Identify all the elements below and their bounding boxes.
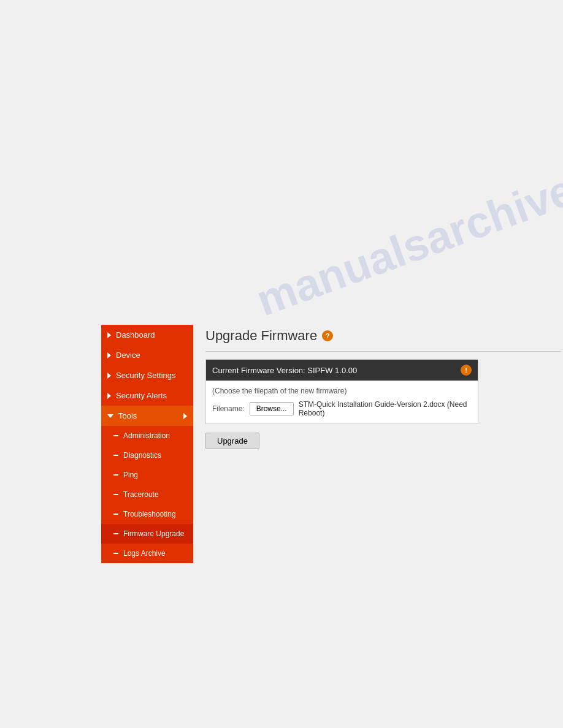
- dash-icon: [113, 455, 118, 456]
- sidebar-label-firmware-upgrade: Firmware Upgrade: [123, 529, 184, 538]
- dash-icon: [113, 533, 118, 534]
- sidebar-item-troubleshooting[interactable]: Troubleshooting: [101, 504, 193, 524]
- dash-icon: [113, 494, 118, 495]
- sidebar-label-administration: Administration: [123, 431, 170, 440]
- dash-icon: [113, 514, 118, 515]
- main-content: Upgrade Firmware ? Current Firmware Vers…: [193, 325, 561, 563]
- sidebar-item-administration[interactable]: Administration: [101, 426, 193, 446]
- dash-icon: [113, 435, 118, 436]
- sidebar-item-logs-archive[interactable]: Logs Archive: [101, 544, 193, 563]
- sidebar-item-firmware-upgrade[interactable]: Firmware Upgrade: [101, 524, 193, 544]
- filename-row: Filename: Browse... STM-Quick Installati…: [212, 400, 472, 417]
- firmware-box: Current Firmware Version: SIPFW 1.0.00 !…: [205, 359, 478, 424]
- divider: [205, 351, 561, 352]
- browse-button[interactable]: Browse...: [250, 402, 294, 415]
- sidebar-item-ping[interactable]: Ping: [101, 465, 193, 485]
- filename-value: STM-Quick Installation Guide-Version 2.d…: [299, 400, 472, 417]
- sidebar-item-security-alerts[interactable]: Security Alerts: [101, 385, 193, 406]
- sidebar-item-security-settings[interactable]: Security Settings: [101, 365, 193, 385]
- page-title-text: Upgrade Firmware: [205, 328, 317, 344]
- sidebar-item-diagnostics[interactable]: Diagnostics: [101, 446, 193, 465]
- arrow-right-end-icon: [183, 413, 187, 419]
- sidebar-item-tools[interactable]: Tools: [101, 406, 193, 426]
- arrow-right-icon: [107, 373, 111, 379]
- watermark: manualsarchive.com: [250, 129, 563, 326]
- sidebar-item-device[interactable]: Device: [101, 345, 193, 365]
- sidebar-item-dashboard[interactable]: Dashboard: [101, 325, 193, 345]
- firmware-body: (Choose the filepath of the new firmware…: [206, 381, 478, 423]
- choose-filepath-text: (Choose the filepath of the new firmware…: [212, 387, 472, 395]
- arrow-right-icon: [107, 393, 111, 399]
- sidebar: Dashboard Device Security Settings Secur…: [101, 325, 193, 563]
- firmware-header: Current Firmware Version: SIPFW 1.0.00 !: [206, 360, 478, 381]
- sidebar-label-logs-archive: Logs Archive: [123, 549, 166, 558]
- page-title: Upgrade Firmware ?: [205, 328, 561, 344]
- arrow-down-icon: [107, 414, 113, 418]
- dash-icon: [113, 474, 118, 476]
- sidebar-label-troubleshooting: Troubleshooting: [123, 510, 176, 518]
- firmware-version-text: Current Firmware Version: SIPFW 1.0.00: [212, 366, 357, 375]
- sidebar-label-security-alerts: Security Alerts: [116, 391, 167, 400]
- sidebar-label-traceroute: Traceroute: [123, 490, 159, 499]
- sidebar-item-traceroute[interactable]: Traceroute: [101, 485, 193, 504]
- filename-label: Filename:: [212, 404, 245, 413]
- arrow-right-icon: [107, 352, 111, 358]
- upgrade-button[interactable]: Upgrade: [205, 433, 259, 449]
- help-icon[interactable]: ?: [322, 330, 333, 341]
- arrow-right-icon: [107, 332, 111, 338]
- sidebar-label-tools: Tools: [118, 411, 137, 420]
- info-icon: !: [461, 365, 472, 376]
- sidebar-label-diagnostics: Diagnostics: [123, 451, 161, 460]
- sidebar-label-dashboard: Dashboard: [116, 330, 155, 339]
- dash-icon: [113, 553, 118, 554]
- sidebar-label-device: Device: [116, 351, 140, 360]
- sidebar-label-ping: Ping: [123, 471, 138, 479]
- sidebar-label-security-settings: Security Settings: [116, 371, 176, 380]
